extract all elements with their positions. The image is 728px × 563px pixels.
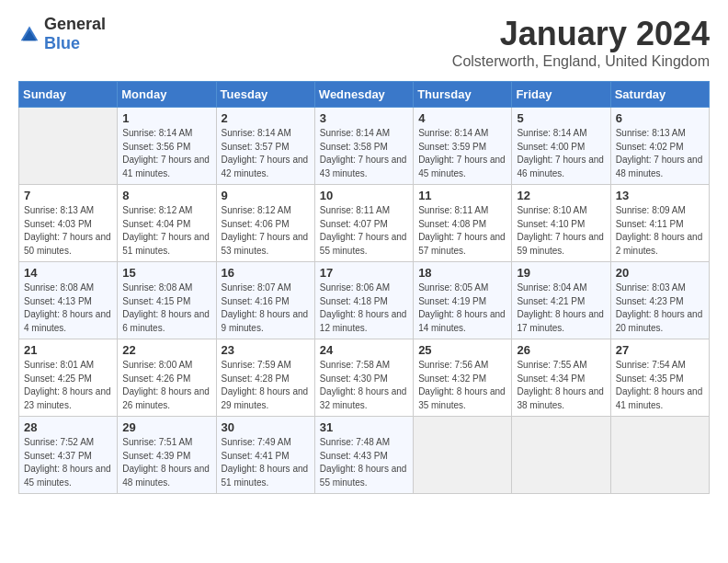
day-info: Sunrise: 8:07 AMSunset: 4:16 PMDaylight:… <box>222 282 310 335</box>
logo-blue-text: Blue <box>44 34 80 52</box>
weekday-header-tuesday: Tuesday <box>216 82 314 108</box>
day-number: 24 <box>320 343 408 357</box>
calendar-cell: 9Sunrise: 8:12 AMSunset: 4:06 PMDaylight… <box>216 185 314 262</box>
title-area: January 2024 Colsterworth, England, Unit… <box>452 15 710 70</box>
day-info: Sunrise: 8:11 AMSunset: 4:08 PMDaylight:… <box>418 204 506 258</box>
calendar-cell: 10Sunrise: 8:11 AMSunset: 4:07 PMDayligh… <box>314 185 413 262</box>
calendar-cell: 16Sunrise: 8:07 AMSunset: 4:16 PMDayligh… <box>216 262 314 339</box>
day-info: Sunrise: 8:12 AMSunset: 4:06 PMDaylight:… <box>222 204 310 258</box>
day-number: 16 <box>222 266 310 280</box>
day-number: 4 <box>418 111 506 125</box>
day-info: Sunrise: 7:58 AMSunset: 4:30 PMDaylight:… <box>320 359 408 412</box>
day-info: Sunrise: 7:48 AMSunset: 4:43 PMDaylight:… <box>320 436 408 489</box>
day-number: 3 <box>320 111 408 125</box>
calendar-cell: 11Sunrise: 8:11 AMSunset: 4:08 PMDayligh… <box>414 185 512 262</box>
calendar-cell: 7Sunrise: 8:13 AMSunset: 4:03 PMDaylight… <box>19 185 118 262</box>
calendar-week-2: 7Sunrise: 8:13 AMSunset: 4:03 PMDaylight… <box>19 185 710 262</box>
logo: General Blue <box>18 15 106 53</box>
day-number: 26 <box>517 343 605 357</box>
day-info: Sunrise: 7:59 AMSunset: 4:28 PMDaylight:… <box>222 359 310 412</box>
day-number: 9 <box>222 189 310 202</box>
calendar-cell: 23Sunrise: 7:59 AMSunset: 4:28 PMDayligh… <box>216 339 314 417</box>
day-number: 2 <box>222 111 310 125</box>
day-number: 5 <box>517 111 605 125</box>
day-number: 8 <box>122 189 210 202</box>
calendar-cell: 15Sunrise: 8:08 AMSunset: 4:15 PMDayligh… <box>118 262 216 339</box>
calendar-title: January 2024 <box>452 15 710 53</box>
calendar-cell: 24Sunrise: 7:58 AMSunset: 4:30 PMDayligh… <box>314 339 413 417</box>
day-info: Sunrise: 8:08 AMSunset: 4:15 PMDaylight:… <box>122 282 210 335</box>
calendar-week-5: 28Sunrise: 7:52 AMSunset: 4:37 PMDayligh… <box>19 417 710 494</box>
day-number: 29 <box>122 420 210 434</box>
calendar-cell: 30Sunrise: 7:49 AMSunset: 4:41 PMDayligh… <box>216 417 314 494</box>
calendar-cell: 6Sunrise: 8:13 AMSunset: 4:02 PMDaylight… <box>610 108 709 185</box>
day-number: 31 <box>320 420 408 434</box>
calendar-cell: 28Sunrise: 7:52 AMSunset: 4:37 PMDayligh… <box>19 417 118 494</box>
calendar-table: SundayMondayTuesdayWednesdayThursdayFrid… <box>18 81 710 494</box>
day-info: Sunrise: 8:14 AMSunset: 3:57 PMDaylight:… <box>222 127 310 180</box>
calendar-cell: 8Sunrise: 8:12 AMSunset: 4:04 PMDaylight… <box>118 185 216 262</box>
calendar-cell: 29Sunrise: 7:51 AMSunset: 4:39 PMDayligh… <box>118 417 216 494</box>
calendar-cell: 27Sunrise: 7:54 AMSunset: 4:35 PMDayligh… <box>610 339 709 417</box>
page-header: General Blue January 2024 Colsterworth, … <box>18 15 710 70</box>
calendar-week-1: 1Sunrise: 8:14 AMSunset: 3:56 PMDaylight… <box>19 108 710 185</box>
calendar-cell: 17Sunrise: 8:06 AMSunset: 4:18 PMDayligh… <box>314 262 413 339</box>
logo-general-text: General <box>44 15 106 33</box>
day-info: Sunrise: 8:14 AMSunset: 3:56 PMDaylight:… <box>122 127 210 180</box>
calendar-header: SundayMondayTuesdayWednesdayThursdayFrid… <box>19 82 710 108</box>
calendar-cell <box>19 108 118 185</box>
day-number: 11 <box>418 189 506 202</box>
calendar-cell: 25Sunrise: 7:56 AMSunset: 4:32 PMDayligh… <box>414 339 512 417</box>
day-info: Sunrise: 8:10 AMSunset: 4:10 PMDaylight:… <box>517 204 605 258</box>
day-number: 6 <box>616 111 704 125</box>
calendar-cell <box>610 417 709 494</box>
calendar-cell: 21Sunrise: 8:01 AMSunset: 4:25 PMDayligh… <box>19 339 118 417</box>
calendar-cell: 13Sunrise: 8:09 AMSunset: 4:11 PMDayligh… <box>610 185 709 262</box>
day-number: 1 <box>122 111 210 125</box>
day-info: Sunrise: 8:14 AMSunset: 3:58 PMDaylight:… <box>320 127 408 180</box>
day-info: Sunrise: 8:12 AMSunset: 4:04 PMDaylight:… <box>122 204 210 258</box>
weekday-header-friday: Friday <box>512 82 610 108</box>
calendar-cell: 3Sunrise: 8:14 AMSunset: 3:58 PMDaylight… <box>314 108 413 185</box>
calendar-cell <box>512 417 610 494</box>
calendar-cell: 2Sunrise: 8:14 AMSunset: 3:57 PMDaylight… <box>216 108 314 185</box>
day-info: Sunrise: 8:04 AMSunset: 4:21 PMDaylight:… <box>517 282 605 335</box>
day-number: 21 <box>24 343 112 357</box>
day-number: 23 <box>222 343 310 357</box>
day-number: 18 <box>418 266 506 280</box>
calendar-cell: 1Sunrise: 8:14 AMSunset: 3:56 PMDaylight… <box>118 108 216 185</box>
weekday-row: SundayMondayTuesdayWednesdayThursdayFrid… <box>19 82 710 108</box>
weekday-header-saturday: Saturday <box>610 82 709 108</box>
weekday-header-monday: Monday <box>118 82 216 108</box>
day-number: 27 <box>616 343 704 357</box>
calendar-cell: 26Sunrise: 7:55 AMSunset: 4:34 PMDayligh… <box>512 339 610 417</box>
day-info: Sunrise: 8:06 AMSunset: 4:18 PMDaylight:… <box>320 282 408 335</box>
day-number: 14 <box>24 266 112 280</box>
day-number: 22 <box>122 343 210 357</box>
calendar-cell: 5Sunrise: 8:14 AMSunset: 4:00 PMDaylight… <box>512 108 610 185</box>
calendar-cell <box>414 417 512 494</box>
day-info: Sunrise: 7:56 AMSunset: 4:32 PMDaylight:… <box>418 359 506 412</box>
weekday-header-wednesday: Wednesday <box>314 82 413 108</box>
day-info: Sunrise: 7:51 AMSunset: 4:39 PMDaylight:… <box>122 436 210 489</box>
day-number: 25 <box>418 343 506 357</box>
day-info: Sunrise: 8:14 AMSunset: 3:59 PMDaylight:… <box>418 127 506 180</box>
calendar-subtitle: Colsterworth, England, United Kingdom <box>452 53 710 70</box>
day-info: Sunrise: 8:05 AMSunset: 4:19 PMDaylight:… <box>418 282 506 335</box>
day-number: 13 <box>616 189 704 202</box>
day-number: 19 <box>517 266 605 280</box>
day-number: 30 <box>222 420 310 434</box>
day-info: Sunrise: 7:54 AMSunset: 4:35 PMDaylight:… <box>616 359 704 412</box>
day-info: Sunrise: 7:55 AMSunset: 4:34 PMDaylight:… <box>517 359 605 412</box>
calendar-cell: 4Sunrise: 8:14 AMSunset: 3:59 PMDaylight… <box>414 108 512 185</box>
calendar-week-4: 21Sunrise: 8:01 AMSunset: 4:25 PMDayligh… <box>19 339 710 417</box>
calendar-week-3: 14Sunrise: 8:08 AMSunset: 4:13 PMDayligh… <box>19 262 710 339</box>
calendar-cell: 20Sunrise: 8:03 AMSunset: 4:23 PMDayligh… <box>610 262 709 339</box>
day-number: 20 <box>616 266 704 280</box>
calendar-cell: 12Sunrise: 8:10 AMSunset: 4:10 PMDayligh… <box>512 185 610 262</box>
day-info: Sunrise: 8:09 AMSunset: 4:11 PMDaylight:… <box>616 204 704 258</box>
day-info: Sunrise: 8:03 AMSunset: 4:23 PMDaylight:… <box>616 282 704 335</box>
day-number: 15 <box>122 266 210 280</box>
day-info: Sunrise: 7:49 AMSunset: 4:41 PMDaylight:… <box>222 436 310 489</box>
calendar-cell: 31Sunrise: 7:48 AMSunset: 4:43 PMDayligh… <box>314 417 413 494</box>
